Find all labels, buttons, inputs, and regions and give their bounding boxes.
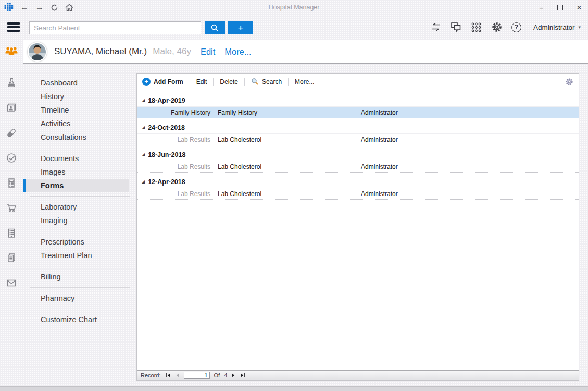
sidebar-item-timeline[interactable]: Timeline — [23, 103, 129, 117]
tasks-check-icon[interactable] — [6, 152, 17, 164]
record-group: ◢ 18-Jun-2018 Lab Results Lab Cholestero… — [137, 149, 579, 173]
nav-divider — [30, 196, 130, 197]
patient-demographics: Male, 46y — [153, 46, 191, 57]
menu-hamburger-icon[interactable] — [7, 22, 20, 32]
cart-icon[interactable] — [6, 202, 17, 214]
add-plus-icon: + — [142, 78, 151, 86]
icon-rail — [0, 40, 23, 391]
mail-icon[interactable] — [6, 277, 17, 289]
record-title: Lab Cholesterol — [218, 163, 261, 170]
more-button[interactable]: More... — [290, 78, 319, 85]
nav-divider — [30, 309, 130, 309]
window-title: Hospital Manager — [0, 0, 588, 15]
record-row[interactable]: Lab Results Lab Cholesterol Administrato… — [137, 188, 579, 200]
record-title: Lab Cholesterol — [218, 190, 261, 198]
collapse-triangle-icon: ◢ — [142, 180, 145, 184]
sidebar-item-forms[interactable]: Forms — [23, 179, 129, 192]
hospital-building-icon[interactable] — [6, 227, 17, 239]
user-menu[interactable]: Administrator ▾ — [533, 23, 581, 31]
search-form-button[interactable]: Search — [246, 78, 287, 85]
messages-icon[interactable] — [451, 21, 462, 33]
forms-panel: + Add Form Edit Delete Search More... ◢ … — [136, 73, 579, 381]
sidebar-item-documents[interactable]: Documents — [23, 152, 129, 165]
patient-avatar[interactable] — [28, 42, 47, 62]
first-record-icon[interactable] — [165, 373, 171, 378]
record-title: Family History — [218, 109, 257, 116]
record-number-input[interactable] — [184, 372, 210, 379]
record-type: Lab Results — [137, 190, 210, 198]
group-header[interactable]: ◢ 18-Jun-2018 — [137, 149, 579, 161]
record-user: Administrator — [361, 109, 398, 116]
transfer-arrows-icon[interactable] — [430, 21, 442, 33]
patient-more-link[interactable]: More... — [224, 47, 251, 57]
record-row[interactable]: Lab Results Lab Cholesterol Administrato… — [137, 134, 579, 145]
maximize-button[interactable] — [557, 5, 563, 10]
previous-record-icon[interactable] — [175, 373, 180, 378]
patient-search-input[interactable] — [29, 21, 201, 34]
record-user: Administrator — [361, 136, 398, 143]
help-icon[interactable]: ? — [511, 22, 521, 32]
sidebar-item-dashboard[interactable]: Dashboard — [23, 76, 129, 90]
delete-button[interactable]: Delete — [215, 78, 243, 85]
sidebar-item-billing[interactable]: Billing — [23, 270, 129, 284]
search-icon — [210, 23, 219, 32]
sidebar-item-history[interactable]: History — [23, 90, 129, 103]
record-row[interactable]: Family History Family History Administra… — [137, 107, 579, 118]
sidebar-item-prescriptions[interactable]: Prescriptions — [23, 235, 129, 249]
calculator-icon[interactable] — [6, 177, 17, 189]
window-bottom-strip — [0, 386, 588, 391]
search-button[interactable] — [205, 21, 225, 34]
minimize-button[interactable]: – — [537, 4, 545, 11]
collapse-triangle-icon: ◢ — [142, 153, 145, 157]
record-label: Record: — [141, 372, 161, 378]
patient-name: SUYAMA, Michael (Mr.) — [54, 46, 147, 57]
record-title: Lab Cholesterol — [218, 136, 261, 143]
add-form-button[interactable]: + Add Form — [141, 78, 189, 86]
group-header[interactable]: ◢ 24-Oct-2018 — [137, 121, 579, 134]
sidebar-item-customize-chart[interactable]: Customize Chart — [23, 313, 129, 326]
apps-grid-icon[interactable] — [471, 21, 482, 33]
add-patient-button[interactable]: + — [228, 21, 253, 34]
panel-settings-gear-icon[interactable] — [565, 78, 573, 86]
record-navigator: Record: Of 4 — [137, 370, 579, 380]
sidebar-item-pharmacy[interactable]: Pharmacy — [23, 291, 129, 305]
record-type: Lab Results — [137, 136, 210, 143]
patient-nav-menu: Dashboard History Timeline Activities Co… — [23, 64, 136, 391]
lab-flask-icon[interactable] — [6, 77, 17, 89]
toolbar-separator — [190, 78, 190, 86]
patient-edit-link[interactable]: Edit — [201, 47, 215, 57]
group-header[interactable]: ◢ 18-Apr-2019 — [137, 94, 579, 107]
collapse-triangle-icon: ◢ — [142, 126, 145, 130]
nav-divider — [30, 287, 130, 288]
last-record-icon[interactable] — [240, 373, 246, 378]
edit-button[interactable]: Edit — [191, 78, 212, 85]
patients-people-icon[interactable] — [0, 46, 23, 55]
sidebar-item-activities[interactable]: Activities — [23, 117, 129, 130]
chevron-down-icon: ▾ — [578, 25, 581, 30]
sidebar-item-consultations[interactable]: Consultations — [23, 130, 129, 144]
sidebar-item-laboratory[interactable]: Laboratory — [23, 200, 129, 214]
nav-divider — [30, 148, 130, 148]
next-record-icon[interactable] — [231, 373, 236, 378]
group-date: 18-Jun-2018 — [148, 151, 185, 158]
patient-header-bar: SUYAMA, Michael (Mr.) Male, 46y Edit Mor… — [23, 40, 588, 64]
record-group: ◢ 12-Apr-2018 Lab Results Lab Cholestero… — [137, 176, 579, 200]
close-button[interactable]: × — [576, 3, 583, 12]
settings-gear-icon[interactable] — [491, 21, 503, 33]
sidebar-item-treatment-plan[interactable]: Treatment Plan — [23, 249, 129, 262]
patient-images-icon[interactable] — [6, 102, 17, 114]
record-type: Family History — [137, 109, 210, 116]
record-user: Administrator — [361, 190, 398, 198]
pill-icon[interactable] — [6, 127, 17, 139]
record-row[interactable]: Lab Results Lab Cholesterol Administrato… — [137, 161, 579, 173]
group-date: 12-Apr-2018 — [148, 178, 185, 186]
documents-icon[interactable] — [6, 252, 17, 264]
record-group: ◢ 24-Oct-2018 Lab Results Lab Cholestero… — [137, 121, 579, 145]
sidebar-item-imaging[interactable]: Imaging — [23, 214, 129, 227]
group-header[interactable]: ◢ 12-Apr-2018 — [137, 176, 579, 188]
toolbar-separator — [213, 78, 214, 86]
toolbar-separator — [288, 78, 289, 86]
sidebar-item-images[interactable]: Images — [23, 165, 129, 179]
collapse-triangle-icon: ◢ — [142, 99, 145, 103]
nav-divider — [30, 231, 130, 231]
